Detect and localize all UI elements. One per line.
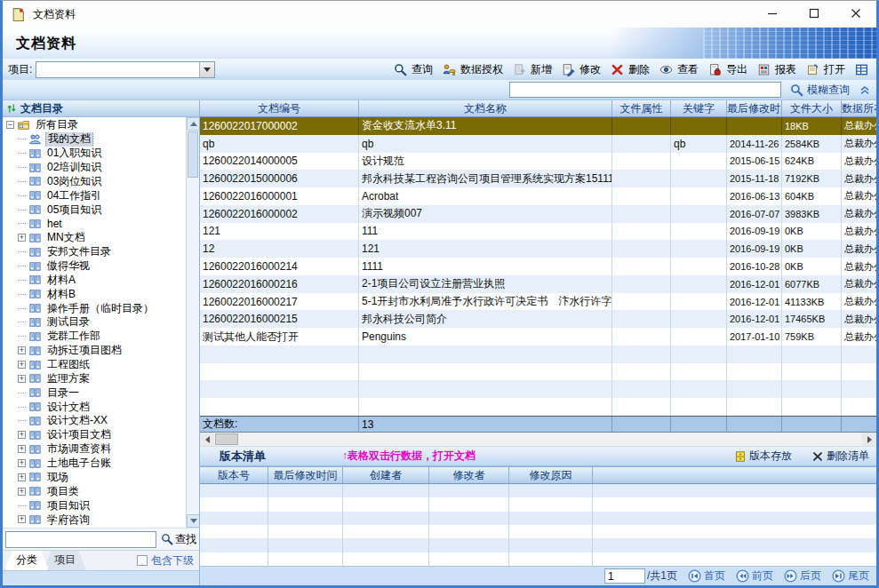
- table-row[interactable]: 126002201600021411112016-10-280KB总裁办公室: [200, 258, 876, 275]
- column-header-1[interactable]: 文档编号: [200, 100, 359, 116]
- column-header-7[interactable]: 数据所在部门: [842, 100, 876, 116]
- version-column-header-4[interactable]: 修改者: [429, 467, 509, 483]
- tree-item[interactable]: 安邦文件目录: [4, 245, 186, 259]
- view-button[interactable]: 查看: [659, 62, 700, 77]
- tab-category[interactable]: 分类: [4, 551, 49, 571]
- tree-item[interactable]: 目录一: [4, 385, 186, 400]
- scroll-up-arrow[interactable]: [187, 117, 199, 131]
- export-button[interactable]: 导出: [708, 62, 749, 77]
- tree-expander-plus[interactable]: +: [18, 515, 26, 523]
- tree-item[interactable]: 操作手册（临时目录）: [4, 301, 186, 315]
- tree-item[interactable]: +动拆迁项目图档: [4, 344, 186, 358]
- table-row[interactable]: 121212016-09-190KB总裁办公室: [200, 240, 876, 258]
- fuzzy-search-button[interactable]: 模糊查询: [790, 83, 850, 98]
- tree-expander-plus[interactable]: +: [18, 445, 26, 453]
- version-column-header-2[interactable]: 最后修改时间: [268, 467, 343, 483]
- tree-item[interactable]: +MN文档: [4, 231, 186, 245]
- tree-item[interactable]: −所有目录: [4, 118, 186, 132]
- scroll-right-arrow[interactable]: [862, 433, 876, 446]
- tree-item[interactable]: +市场调查资料: [4, 442, 186, 457]
- tree-item[interactable]: 01入职知识: [4, 147, 186, 161]
- maximize-button[interactable]: [793, 1, 835, 28]
- table-row[interactable]: 1260022015000006邦永科技某工程咨询公司项目管理系统实现方案151…: [200, 170, 876, 187]
- tree-item[interactable]: 04工作指引: [4, 188, 186, 203]
- tree-item[interactable]: 材料B: [4, 287, 186, 301]
- tree-item[interactable]: 设计文档-XX: [4, 414, 186, 428]
- tree-item[interactable]: +土地电子台账: [4, 457, 186, 471]
- tree-find-input[interactable]: [5, 531, 156, 548]
- modify-button[interactable]: 修改: [562, 62, 603, 77]
- minimize-button[interactable]: [751, 1, 793, 28]
- add-button[interactable]: 新增: [513, 62, 554, 77]
- version-column-header-5[interactable]: 修改原因: [509, 467, 593, 483]
- tree-item[interactable]: +工程图纸: [4, 358, 186, 372]
- version-store-button[interactable]: 版本存放: [734, 449, 792, 464]
- report-button[interactable]: 报表: [757, 62, 798, 77]
- table-row[interactable]: 1260022016000001Acrobat2016-06-13604KB总裁…: [200, 187, 876, 205]
- tree-item[interactable]: +现场: [4, 470, 186, 484]
- next-page-button[interactable]: 后页: [784, 568, 821, 584]
- table-row[interactable]: 1260022017000002资金收支流水单3.1118KB总裁办公室: [200, 117, 876, 135]
- tree-item[interactable]: +学府咨询: [4, 513, 186, 527]
- column-header-5[interactable]: 最后修改时间: [727, 100, 782, 116]
- collapse-panel-button[interactable]: [859, 83, 871, 96]
- page-number-input[interactable]: [604, 568, 645, 584]
- tree-item[interactable]: 党群工作部: [4, 330, 186, 344]
- tab-project[interactable]: 项目: [44, 551, 86, 570]
- tree-item[interactable]: 项目知识: [4, 498, 186, 513]
- tree-item[interactable]: 材料A: [4, 273, 186, 287]
- tree-item[interactable]: 设计文档: [4, 400, 186, 414]
- table-row[interactable]: 1260022016000215邦永科技公司简介2016-12-0117465K…: [200, 310, 876, 328]
- tree-item[interactable]: 02培训知识: [4, 161, 186, 175]
- scrollbar-thumb[interactable]: [188, 131, 198, 178]
- table-row[interactable]: 12600220160002175-1开封市水利局准予水行政许可决定书 汴水行许…: [200, 293, 876, 311]
- tree-expander-minus[interactable]: −: [6, 121, 14, 129]
- column-header-4[interactable]: 关键字: [671, 100, 727, 116]
- data-auth-button[interactable]: 数据授权: [443, 62, 505, 77]
- find-button[interactable]: 查找: [161, 532, 196, 547]
- tree-scrollbar[interactable]: [186, 117, 199, 528]
- dropdown-arrow-icon[interactable]: [199, 62, 214, 77]
- tree-expander-plus[interactable]: +: [18, 431, 26, 439]
- grid-button[interactable]: [855, 63, 875, 76]
- tree-item[interactable]: 我的文档: [4, 132, 186, 147]
- last-page-button[interactable]: 尾页: [832, 568, 869, 584]
- tree-expander-plus[interactable]: +: [18, 234, 26, 242]
- query-button[interactable]: 查询: [394, 62, 435, 77]
- tree-item[interactable]: +设计项目文档: [4, 428, 186, 442]
- column-header-6[interactable]: 文件大小: [782, 100, 842, 116]
- prev-page-button[interactable]: 前页: [736, 568, 773, 584]
- tree-item[interactable]: 傲得华视: [4, 259, 186, 274]
- horizontal-scrollbar[interactable]: [200, 433, 876, 447]
- table-row[interactable]: 1211112016-09-190KB总裁办公室: [200, 223, 876, 241]
- version-column-header-1[interactable]: 版本号: [200, 467, 268, 483]
- tree-expander-plus[interactable]: +: [18, 361, 26, 369]
- tree-item[interactable]: +项目类: [4, 484, 186, 498]
- table-row[interactable]: 12600220160002162-1项目公司设立注册营业执照2016-12-0…: [200, 275, 876, 293]
- table-row[interactable]: 1260022014000005设计规范2015-06-15624KB总裁办公室: [200, 153, 876, 171]
- table-row[interactable]: qbqbqb2014-11-262584KB总裁办公室: [200, 135, 876, 153]
- hscrollbar-thumb[interactable]: [215, 433, 238, 445]
- include-sub-checkbox[interactable]: 包含下级: [137, 553, 194, 568]
- tree-item[interactable]: +监理方案: [4, 371, 186, 385]
- open-button[interactable]: 打开: [806, 62, 847, 77]
- column-header-2[interactable]: 文档名称: [359, 100, 612, 116]
- tree-expander-plus[interactable]: +: [18, 488, 26, 496]
- tree-item[interactable]: het: [4, 217, 186, 231]
- table-row[interactable]: 测试其他人能否打开Penguins2017-01-10759KB总裁办公室: [200, 328, 876, 346]
- tree-expander-plus[interactable]: +: [18, 459, 26, 467]
- scroll-left-arrow[interactable]: [200, 433, 214, 446]
- first-page-button[interactable]: 首页: [688, 568, 725, 584]
- close-button[interactable]: [835, 1, 876, 28]
- version-column-header-6[interactable]: [593, 467, 876, 483]
- tree-expander-plus[interactable]: +: [18, 473, 26, 481]
- scroll-down-arrow[interactable]: [187, 514, 199, 528]
- tree-item[interactable]: 03岗位知识: [4, 174, 186, 188]
- column-header-3[interactable]: 文件属性: [612, 100, 671, 116]
- tree-item[interactable]: 测试目录: [4, 315, 186, 330]
- version-column-header-3[interactable]: 创建者: [343, 467, 429, 483]
- table-row[interactable]: 1260022016000002演示视频0072016-07-073983KB总…: [200, 205, 876, 223]
- tree-item[interactable]: 05项目知识: [4, 203, 186, 217]
- project-dropdown[interactable]: [36, 61, 215, 78]
- tree-expander-plus[interactable]: +: [18, 375, 26, 383]
